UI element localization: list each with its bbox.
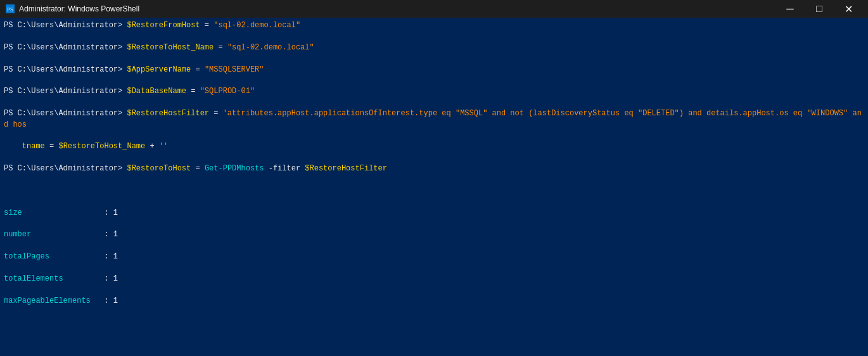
title-bar-icon: PS xyxy=(5,4,15,14)
svg-text:PS: PS xyxy=(7,6,13,13)
title-bar-controls: ─ □ ✕ xyxy=(775,0,863,18)
terminal-line: PS C:\Users\Administrator> $RestoreHostF… xyxy=(4,108,864,130)
terminal-line: PS C:\Users\Administrator> $RestoreToHos… xyxy=(4,42,864,53)
terminal-line xyxy=(4,318,864,329)
minimize-button[interactable]: ─ xyxy=(775,0,805,18)
terminal-line: maxPageableElements : 1 xyxy=(4,296,864,307)
terminal[interactable]: PS C:\Users\Administrator> $RestoreFromH… xyxy=(0,18,868,356)
terminal-line: totalElements : 1 xyxy=(4,274,864,284)
terminal-line: totalPages : 1 xyxy=(4,251,864,262)
terminal-line: PS C:\Users\Administrator> $RestoreFromH… xyxy=(4,20,864,31)
terminal-line: number : 1 xyxy=(4,229,864,240)
title-bar-title: Administrator: Windows PowerShell xyxy=(19,4,775,13)
terminal-line xyxy=(4,186,864,196)
maximize-button[interactable]: □ xyxy=(805,0,834,18)
terminal-line: PS C:\Users\Administrator> $DataBaseName… xyxy=(4,86,864,97)
terminal-line: PS C:\Users\Administrator> $RestoreToHos… xyxy=(4,163,864,174)
title-bar: PS Administrator: Windows PowerShell ─ □… xyxy=(0,0,868,18)
terminal-line: tname = $RestoreToHost_Name + '' xyxy=(4,141,864,152)
terminal-line: size : 1 xyxy=(4,208,864,219)
close-button[interactable]: ✕ xyxy=(834,0,863,18)
terminal-line xyxy=(4,340,864,350)
terminal-line: PS C:\Users\Administrator> $AppServerNam… xyxy=(4,65,864,75)
